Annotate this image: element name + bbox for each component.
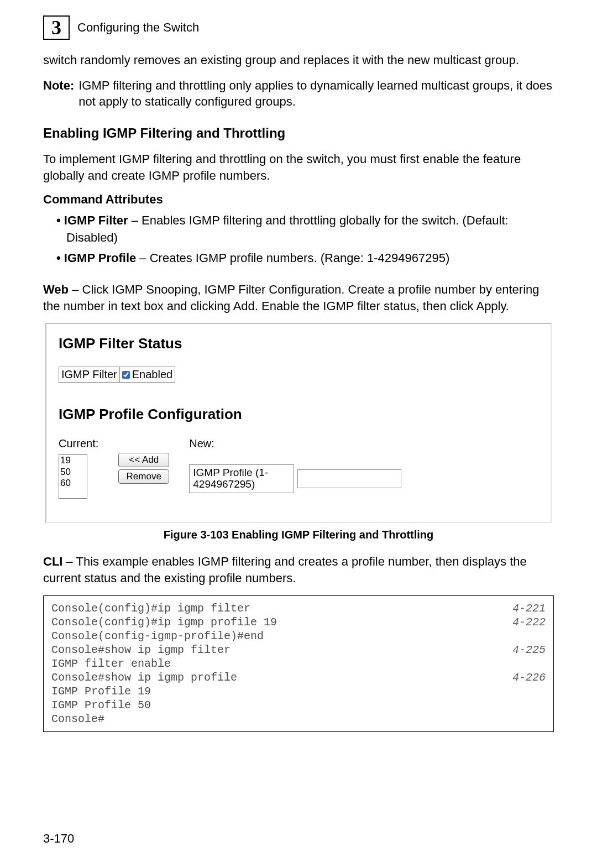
command-attributes-list: IGMP Filter – Enables IGMP filtering and… bbox=[43, 212, 554, 266]
cli-command: Console# bbox=[51, 712, 104, 726]
page: 3 Configuring the Switch switch randomly… bbox=[0, 0, 597, 868]
cli-label: CLI bbox=[43, 555, 62, 568]
cli-line: Console(config)#ip igmp filter4-221 bbox=[51, 602, 546, 615]
web-label: Web bbox=[43, 283, 69, 296]
command-attributes-heading: Command Attributes bbox=[43, 192, 554, 207]
igmp-filter-checkbox-label: Enabled bbox=[132, 368, 172, 381]
figure-web-ui: IGMP Filter Status IGMP Filter Enabled I… bbox=[45, 323, 552, 523]
list-item: IGMP Profile – Creates IGMP profile numb… bbox=[56, 250, 554, 267]
current-label: Current: bbox=[59, 437, 98, 450]
cli-text: – This example enables IGMP filtering an… bbox=[43, 555, 527, 585]
cli-reference: 4-221 bbox=[512, 602, 546, 615]
cli-reference: 4-225 bbox=[512, 643, 546, 657]
chapter-header: 3 Configuring the Switch bbox=[43, 15, 554, 40]
bullet-bold: IGMP Profile bbox=[64, 251, 136, 265]
igmp-profile-range-label: IGMP Profile (1-4294967295) bbox=[189, 464, 294, 493]
intro-paragraph: switch randomly removes an existing grou… bbox=[43, 52, 554, 69]
note-label: Note: bbox=[43, 77, 74, 110]
list-item[interactable]: 50 bbox=[60, 467, 86, 478]
cli-line: IGMP filter enable bbox=[51, 657, 546, 671]
section-intro: To implement IGMP filtering and throttli… bbox=[43, 151, 554, 184]
cli-line: Console# bbox=[51, 712, 546, 726]
page-number: 3-170 bbox=[43, 832, 74, 846]
cli-reference: 4-226 bbox=[512, 671, 546, 684]
figure-caption: Figure 3-103 Enabling IGMP Filtering and… bbox=[43, 529, 554, 541]
cli-line: IGMP Profile 19 bbox=[51, 684, 546, 698]
cli-line: IGMP Profile 50 bbox=[51, 698, 546, 712]
cli-line: Console#show ip igmp profile4-226 bbox=[51, 671, 546, 684]
web-text: – Click IGMP Snooping, IGMP Filter Confi… bbox=[43, 283, 540, 313]
remove-button[interactable]: Remove bbox=[118, 469, 169, 484]
bullet-text: – Creates IGMP profile numbers. (Range: … bbox=[136, 251, 449, 265]
igmp-profile-input[interactable] bbox=[297, 469, 401, 488]
igmp-profile-config-heading: IGMP Profile Configuration bbox=[59, 406, 542, 423]
cli-line: Console(config)#ip igmp profile 194-222 bbox=[51, 615, 546, 629]
note-text: IGMP filtering and throttling only appli… bbox=[78, 77, 554, 110]
new-column: New: IGMP Profile (1-4294967295) bbox=[189, 437, 401, 493]
cli-line: Console#show ip igmp filter4-225 bbox=[51, 643, 546, 657]
igmp-filter-status-heading: IGMP Filter Status bbox=[59, 335, 542, 352]
current-column: Current: 19 50 60 bbox=[59, 437, 98, 499]
current-profiles-listbox[interactable]: 19 50 60 bbox=[59, 454, 87, 499]
list-item[interactable]: 60 bbox=[60, 478, 86, 489]
cli-command: Console(config)#ip igmp filter bbox=[51, 602, 250, 615]
cli-reference: 4-222 bbox=[512, 615, 546, 629]
new-label: New: bbox=[189, 437, 401, 450]
add-remove-column: << Add Remove bbox=[118, 453, 169, 484]
bullet-text: – Enables IGMP filtering and throttling … bbox=[66, 213, 509, 244]
cli-command: Console#show ip igmp profile bbox=[51, 671, 237, 684]
web-paragraph: Web – Click IGMP Snooping, IGMP Filter C… bbox=[43, 281, 554, 314]
profile-config-area: Current: 19 50 60 << Add Remove New: IGM… bbox=[59, 437, 542, 499]
new-input-row: IGMP Profile (1-4294967295) bbox=[189, 464, 401, 493]
igmp-filter-checkbox[interactable] bbox=[122, 371, 130, 379]
cli-command: IGMP filter enable bbox=[51, 657, 171, 671]
igmp-filter-row: IGMP Filter Enabled bbox=[59, 367, 175, 383]
add-button[interactable]: << Add bbox=[118, 453, 169, 467]
list-item[interactable]: 19 bbox=[60, 455, 86, 466]
cli-command: IGMP Profile 19 bbox=[51, 684, 151, 698]
cli-paragraph: CLI – This example enables IGMP filterin… bbox=[43, 553, 554, 586]
cli-command: Console(config-igmp-profile)#end bbox=[51, 629, 264, 643]
bullet-bold: IGMP Filter bbox=[64, 213, 128, 227]
cli-example-box: Console(config)#ip igmp filter4-221Conso… bbox=[43, 595, 554, 732]
list-item: IGMP Filter – Enables IGMP filtering and… bbox=[56, 212, 554, 247]
igmp-filter-label: IGMP Filter bbox=[59, 367, 120, 383]
chapter-number-icon: 3 bbox=[43, 15, 70, 40]
cli-line: Console(config-igmp-profile)#end bbox=[51, 629, 546, 643]
cli-command: IGMP Profile 50 bbox=[51, 698, 151, 712]
cli-command: Console(config)#ip igmp profile 19 bbox=[51, 615, 277, 629]
chapter-title: Configuring the Switch bbox=[77, 20, 199, 35]
section-heading: Enabling IGMP Filtering and Throttling bbox=[43, 126, 554, 141]
note-block: Note: IGMP filtering and throttling only… bbox=[43, 77, 554, 110]
igmp-filter-value-cell: Enabled bbox=[120, 367, 175, 383]
cli-command: Console#show ip igmp filter bbox=[51, 643, 231, 657]
